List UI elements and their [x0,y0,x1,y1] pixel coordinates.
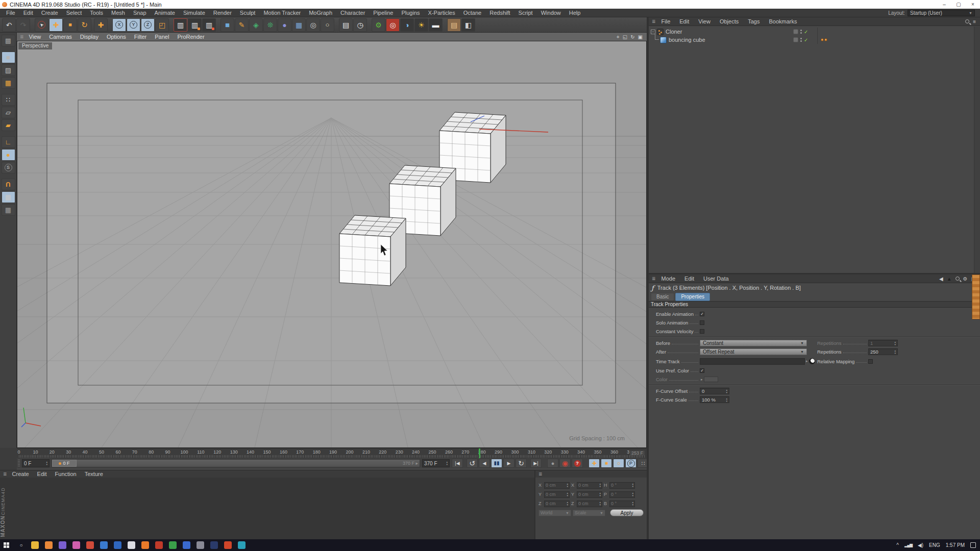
taskbar-app-9[interactable] [155,541,163,549]
after-dropdown[interactable]: Offset Repeat▼ [700,348,807,355]
rotate-view-icon[interactable]: ↻ [630,34,634,40]
time-track-field[interactable] [700,358,805,365]
redo-icon[interactable]: ↷ [16,18,30,32]
workplane-lock-icon[interactable]: ▦ [2,191,15,203]
taskbar-app-13[interactable] [210,541,218,549]
color-swatch[interactable] [704,377,718,382]
menu-item-x-particles[interactable]: X-Particles [424,10,459,16]
menu-item-select[interactable]: Select [62,10,86,16]
menu-item-prorender[interactable]: ProRender [173,34,208,40]
cursor-arrow-icon[interactable]: ▲ [947,276,952,282]
menu-item-pipeline[interactable]: Pipeline [369,10,397,16]
team-render-icon[interactable]: ◧ [461,18,475,32]
key-parameter-toggle[interactable]: P [625,459,636,468]
taskbar-app-12[interactable] [197,541,204,549]
current-frame-marker[interactable] [479,448,480,458]
menu-item-file[interactable]: File [657,18,675,24]
taskbar-app-5[interactable] [100,541,108,549]
clock[interactable]: 1:57 PM [946,542,965,548]
material-preview-icon[interactable]: ▬ [429,18,443,32]
rot-p-field[interactable]: 0 °▴▾ [609,491,635,498]
taskbar-app-1[interactable] [45,541,53,549]
camera-icon[interactable]: ◎ [306,18,320,32]
menu-item-motion-tracker[interactable]: Motion Tracker [259,10,305,16]
panel-grid-icon[interactable]: ≣ [651,19,657,24]
goto-start-button[interactable]: |◀ [452,459,463,468]
rot-b-field[interactable]: 0 °▴▾ [609,500,635,507]
workplane-quantize-icon[interactable]: ▦ [2,204,15,216]
rot-h-field[interactable]: 0 °▴▾ [609,482,635,489]
scale-icon[interactable]: ■ [63,18,77,32]
live-selection-icon[interactable]: ➤ [35,18,48,32]
pan-view-icon[interactable]: + [617,34,620,40]
timeline-slider-thumb[interactable]: 0 F [52,460,77,467]
use-pref-color-checkbox[interactable] [700,368,704,373]
menu-item-redshift[interactable]: Redshift [485,10,514,16]
layer-chip[interactable] [793,37,798,42]
menu-item-window[interactable]: Window [537,10,565,16]
taskbar-app-explorer[interactable] [31,541,39,549]
key-scale-toggle[interactable]: ■ [601,459,612,468]
render-settings-icon[interactable]: ▥ [202,18,216,32]
menu-item-bookmarks[interactable]: Bookmarks [764,18,801,24]
texture-mode-icon[interactable]: ▨ [2,64,15,76]
y-axis-lock-icon[interactable]: Y [127,18,140,32]
menu-item-mograph[interactable]: MoGraph [305,10,336,16]
spinner-icon[interactable]: ▴▾ [46,461,47,466]
autokey-button[interactable]: ◉ [559,459,571,468]
key-position-toggle[interactable]: ✚ [589,459,600,468]
menu-item-sculpt[interactable]: Sculpt [236,10,260,16]
spline-pen-icon[interactable]: ✎ [235,18,249,32]
menu-item-filter[interactable]: Filter [130,34,151,40]
pos-y-field[interactable]: 0 cm▴▾ [544,491,570,498]
menu-item-snap[interactable]: Snap [129,10,151,16]
menu-item-animate[interactable]: Animate [151,10,179,16]
open-folder-icon[interactable]: ▤ [447,18,461,32]
menu-item-render[interactable]: Render [209,10,236,16]
language-indicator[interactable]: ENG [929,542,940,548]
animation-tag-icons[interactable] [821,38,827,41]
apply-button[interactable]: Apply [610,509,644,516]
document-time-icon[interactable]: ◷ [353,18,367,32]
taskbar-app-7[interactable] [128,541,135,549]
menu-item-help[interactable]: Help [565,10,585,16]
snap-magnet-icon[interactable]: U [2,179,15,190]
menu-item-edit[interactable]: Edit [675,18,694,24]
tab-properties[interactable]: Properties [675,293,710,301]
menu-item-edit[interactable]: Edit [33,471,51,477]
close-button[interactable]: × [966,0,980,9]
object-row-cloner[interactable]: − Cloner ✓ [649,28,980,36]
enabled-check-icon[interactable]: ✓ [804,37,808,43]
taskbar-app-6[interactable] [114,541,121,549]
chevron-right-icon[interactable]: ▸ [806,359,808,363]
previous-frame-button[interactable]: ◀ [479,459,490,468]
camera-label[interactable]: Perspective [18,42,52,49]
axis-mode-icon[interactable]: ∟ [2,136,15,148]
next-frame-button[interactable]: ▶ [503,459,514,468]
xparticles-icon[interactable]: ⚙ [372,18,385,32]
layout-dropdown[interactable]: Startup (User) ▼ [908,10,975,16]
size-y-field[interactable]: 0 cm▴▾ [577,491,602,498]
solo-mode-icon[interactable]: S [2,162,15,173]
search-icon[interactable] [965,19,969,23]
taskbar-app-15[interactable] [238,541,246,549]
menu-item-edit[interactable]: Edit [680,276,699,282]
taskbar-app-11[interactable] [183,541,190,549]
undo-icon[interactable]: ↶ [2,18,16,32]
menu-item-octane[interactable]: Octane [459,10,485,16]
tab-basic[interactable]: Basic [651,293,674,301]
taskbar-search-icon[interactable]: ○ [17,541,25,549]
menu-item-tags[interactable]: Tags [743,18,764,24]
current-frame-field[interactable]: 0 F ▴▾ [22,459,50,467]
taskbar-app-2[interactable] [59,541,66,549]
f-curve-offset-field[interactable]: 0▴▾ [700,388,729,394]
menu-item-plugins[interactable]: Plugins [397,10,424,16]
mouse-input-icon[interactable]: ● [2,149,15,161]
menu-item-function[interactable]: Function [51,471,81,477]
chevron-right-icon[interactable]: ▸ [701,378,703,382]
pos-x-field[interactable]: 0 cm▴▾ [544,482,570,489]
search-icon[interactable] [955,277,960,281]
polygons-mode-icon[interactable]: ▰ [2,119,15,131]
visibility-dots[interactable] [800,38,802,42]
timeline-ruler[interactable]: 0102030405060708090100110120130140150160… [17,448,647,458]
